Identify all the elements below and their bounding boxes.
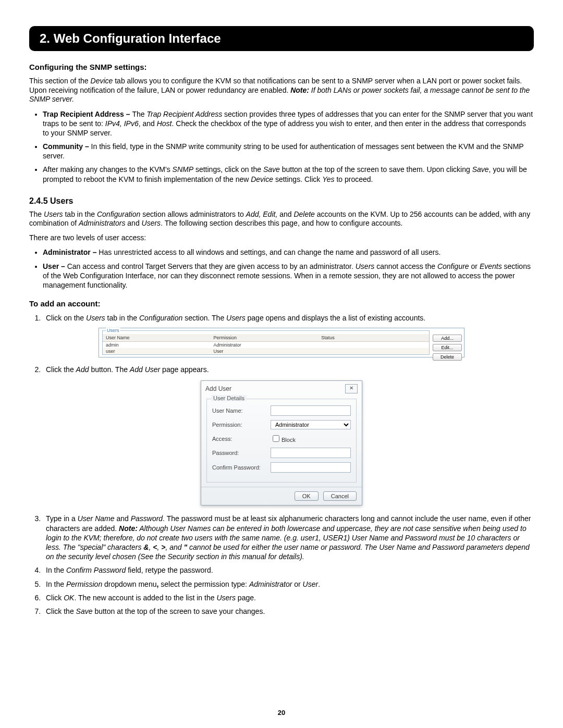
text: In the [46,580,66,588]
access-label: Access: [212,436,271,442]
text: Administrators [79,219,125,227]
note-label: Note: [290,86,309,94]
text: and [125,219,141,227]
text: This section of the [29,77,91,85]
text: , and [165,543,183,551]
text: Users [86,314,105,322]
text: User Name [78,514,115,523]
text: . The new account is added to the list i… [74,594,216,602]
text: field, retype the password. [126,566,213,574]
password-input[interactable] [271,448,351,458]
ok-button[interactable]: OK [295,491,319,501]
text: Click on the [46,314,86,322]
special-char: & [143,543,149,551]
users-para-2: There are two levels of user access: [29,233,534,243]
edit-button[interactable]: Edit... [433,344,462,351]
text: Users [226,314,246,322]
cell-username: admin [103,342,211,349]
step-4: In the Confirm Password field, retype th… [43,565,534,575]
users-table-screenshot: Users User Name Permission Status admin … [99,328,464,357]
text: Trap Recipient Address [146,110,222,118]
col-status: Status [318,334,429,342]
label: Community – [43,142,91,151]
text: section. The [182,314,226,322]
text: Device [251,175,273,183]
dialog-title: Add User [205,385,231,392]
text: Confirm Password [66,566,126,574]
text: Save [472,165,489,174]
table-row[interactable]: admin Administrator [103,342,429,349]
text: tab in the [63,210,97,218]
users-heading: 2.4.5 Users [29,196,534,206]
text: Save [263,165,280,174]
text: button at the top of the screen to save … [280,165,472,174]
text: Users [142,219,161,227]
section-header: 2. Web Configuration Interface [29,26,534,51]
text: page. [236,594,256,602]
text: Type in a [46,514,78,523]
text: Administrator [249,580,292,588]
permission-label: Permission: [212,422,271,428]
text: . The following section describes this p… [161,219,402,227]
snmp-intro: This section of the Device tab allows yo… [29,77,534,104]
text: In the [46,566,66,574]
text: Users [216,594,236,602]
text: Users [44,210,63,218]
text: Save [76,607,93,615]
text: Click [46,594,64,602]
cell-username: user [103,348,211,354]
text: section allows administrators to [140,210,246,218]
step-6: Click OK. The new account is added to th… [43,593,534,602]
add-button[interactable]: Add... [433,335,462,342]
username-input[interactable] [271,405,351,416]
text: Permission [66,580,102,588]
step-7: Click the Save button at the top of the … [43,607,534,616]
text: Click the [46,365,76,374]
text: and [277,210,293,218]
text: button. The [89,365,130,374]
text: Configure [437,262,469,270]
text: SNMP [173,165,193,174]
text: or [292,580,302,588]
password-label: Password: [212,450,271,456]
cell-status [318,348,429,354]
text: Host [157,119,172,128]
permission-select[interactable]: Administrator [271,420,351,429]
groupbox-label: Users [106,328,120,333]
text: User [303,580,319,588]
note-label: Note: [119,524,138,533]
text: Has unrestricted access to all windows a… [99,248,440,256]
access-level-user: User – Can access and control Target Ser… [43,262,534,290]
text: In this field, type in the SNMP write co… [43,142,523,160]
cell-status [318,342,429,349]
text: select the permission type: [158,580,249,588]
cell-permission: Administrator [211,342,319,349]
label: User – [43,262,67,270]
text: Add, Edit, [246,210,278,218]
snmp-bullet-save: After making any changes to the KVM's SN… [43,165,534,183]
text: Can access and control Target Servers th… [67,262,356,270]
text: cannot access the [374,262,437,270]
users-para-1: The Users tab in the Configuration secti… [29,210,534,228]
text: settings. Click [273,175,322,183]
close-icon[interactable]: ✕ [345,384,358,393]
block-checkbox[interactable] [273,435,279,442]
confirm-password-input[interactable] [271,462,351,473]
text: tab in the [105,314,139,322]
text: page opens and displays the a list of ex… [246,314,426,322]
text: The [132,110,146,118]
delete-button[interactable]: Delete [433,353,462,361]
fieldset-label: User Details [211,395,247,401]
snmp-bullet-trap: Trap Recipient Address – The Trap Recipi… [43,109,534,138]
page-number: 20 [0,709,563,717]
text: Events [480,262,502,270]
table-row[interactable]: user User [103,348,429,354]
block-label: Block [282,437,296,443]
cancel-button[interactable]: Cancel [323,491,357,501]
cell-permission: User [211,348,319,354]
text: page appears. [160,365,209,374]
step-2: Click the Add button. The Add User page … [43,365,534,374]
text: Configuration [139,314,182,322]
text: Users [356,262,375,270]
text: OK [64,594,74,602]
